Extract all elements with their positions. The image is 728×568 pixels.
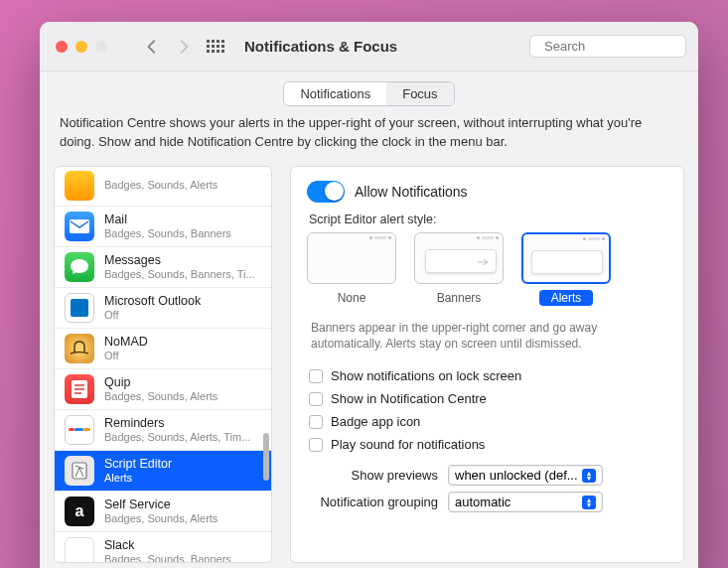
app-name: NoMAD: [104, 335, 148, 350]
preferences-window: Notifications & Focus Notifications Focu…: [40, 22, 698, 568]
back-button[interactable]: [139, 36, 165, 58]
checkbox-badge-icon[interactable]: [309, 415, 323, 429]
app-name: Reminders: [104, 416, 250, 431]
app-subtitle: Badges, Sounds, Banners: [104, 553, 231, 563]
notification-settings-pane: Allow Notifications Script Editor alert …: [290, 166, 684, 563]
alert-style-label: Script Editor alert style:: [309, 213, 669, 226]
checkbox-notification-centre[interactable]: [309, 392, 323, 406]
svg-rect-3: [73, 463, 86, 479]
allow-notifications-toggle[interactable]: [307, 181, 345, 203]
svg-rect-1: [70, 219, 89, 233]
app-icon: [65, 456, 94, 486]
title-bar: Notifications & Focus: [40, 22, 698, 71]
chevron-updown-icon: [582, 469, 596, 483]
forward-button[interactable]: [171, 36, 197, 58]
close-window[interactable]: [56, 41, 68, 53]
app-row[interactable]: NoMADOff: [55, 329, 271, 369]
app-subtitle: Off: [104, 309, 201, 322]
tab-notifications[interactable]: Notifications: [284, 82, 386, 105]
app-row[interactable]: Microsoft OutlookOff: [55, 288, 271, 329]
app-name: Script Editor: [104, 457, 172, 472]
app-subtitle: Off: [104, 350, 148, 362]
app-icon: a: [65, 497, 94, 526]
app-name: Slack: [104, 538, 231, 553]
app-subtitle: Badges, Sounds, Alerts: [104, 390, 218, 403]
app-subtitle: Alerts: [104, 472, 172, 485]
minimize-window[interactable]: [75, 41, 87, 53]
app-icon: ⧉: [65, 537, 94, 563]
description-text: Notification Centre shows your alerts in…: [40, 114, 698, 162]
app-subtitle: Badges, Sounds, Alerts: [104, 512, 218, 525]
app-row[interactable]: MessagesBadges, Sounds, Banners, Ti...: [55, 247, 271, 288]
app-row[interactable]: ⧉SlackBadges, Sounds, Banners: [55, 532, 271, 563]
app-row[interactable]: MailBadges, Sounds, Banners: [55, 207, 271, 247]
tab-focus[interactable]: Focus: [386, 82, 453, 105]
app-icon: [65, 334, 94, 363]
show-all-icon[interactable]: [203, 36, 228, 58]
search-input[interactable]: [544, 39, 698, 54]
show-previews-dropdown[interactable]: when unlocked (def...: [448, 465, 603, 486]
app-name: Self Service: [104, 497, 218, 512]
app-list[interactable]: Badges, Sounds, AlertsMailBadges, Sounds…: [54, 166, 272, 563]
app-subtitle: Badges, Sounds, Banners, Ti...: [104, 268, 255, 281]
zoom-window[interactable]: [95, 41, 107, 53]
app-name: Messages: [104, 253, 255, 268]
app-icon: [65, 252, 94, 282]
app-icon: [65, 171, 94, 201]
window-title: Notifications & Focus: [244, 38, 397, 55]
alert-style-alerts[interactable]: Alerts: [521, 232, 611, 306]
app-row[interactable]: Script EditorAlerts: [55, 451, 271, 492]
app-row[interactable]: RemindersBadges, Sounds, Alerts, Tim...: [55, 410, 271, 451]
search-field-wrap[interactable]: [529, 35, 686, 58]
alert-style-banners[interactable]: Banners: [414, 232, 504, 306]
traffic-lights: [56, 41, 107, 53]
style-hint-text: Banners appear in the upper-right corner…: [311, 320, 663, 354]
app-icon: [65, 212, 94, 241]
alert-style-none[interactable]: None: [307, 232, 396, 306]
app-subtitle: Badges, Sounds, Banners: [104, 227, 231, 240]
app-icon: [65, 415, 94, 445]
app-row[interactable]: QuipBadges, Sounds, Alerts: [55, 369, 271, 410]
allow-notifications-label: Allow Notifications: [355, 184, 468, 200]
app-name: Microsoft Outlook: [104, 294, 201, 309]
app-row[interactable]: Badges, Sounds, Alerts: [55, 167, 271, 207]
checkbox-lock-screen[interactable]: [309, 369, 323, 383]
app-name: Quip: [104, 375, 218, 390]
app-name: Mail: [104, 213, 231, 227]
notification-grouping-dropdown[interactable]: automatic: [448, 492, 603, 512]
checkbox-play-sound[interactable]: [309, 438, 323, 452]
app-subtitle: Badges, Sounds, Alerts, Tim...: [104, 431, 250, 444]
app-row[interactable]: aSelf ServiceBadges, Sounds, Alerts: [55, 492, 271, 532]
chevron-updown-icon: [582, 496, 596, 509]
app-subtitle: Badges, Sounds, Alerts: [104, 179, 218, 192]
app-icon: [65, 374, 94, 404]
tab-bar: Notifications Focus: [40, 71, 698, 114]
scroll-thumb[interactable]: [263, 433, 269, 481]
app-icon: [65, 293, 94, 323]
